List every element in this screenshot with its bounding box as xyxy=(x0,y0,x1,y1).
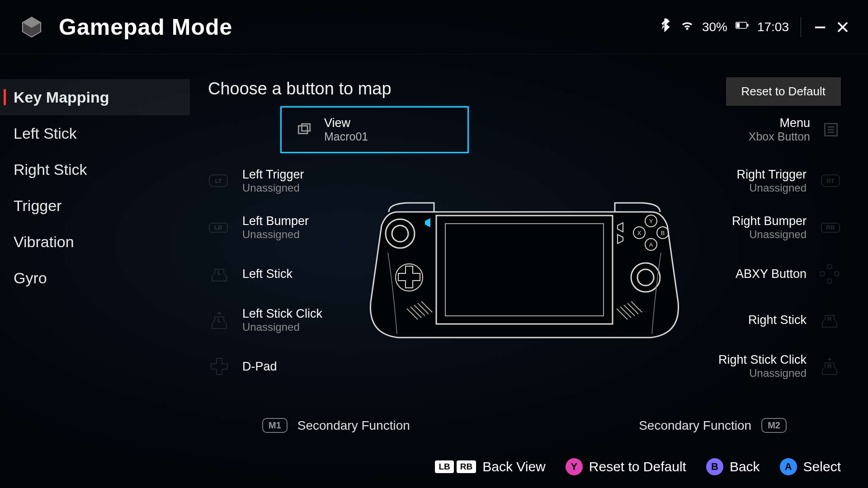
map-label: Left Stick xyxy=(242,267,292,281)
top-row: View Macro01 Menu Xbox Button xyxy=(280,106,841,153)
b-button-icon: B xyxy=(706,458,723,475)
rt-icon: RT xyxy=(818,172,841,191)
mapping-menu-button[interactable]: Menu Xbox Button xyxy=(749,106,841,153)
svg-point-23 xyxy=(827,264,832,269)
left-stick-click-icon: L xyxy=(208,311,231,330)
hint-label: Reset to Default xyxy=(589,459,686,474)
mapping-abxy[interactable]: ABXY Button xyxy=(687,261,841,287)
svg-point-25 xyxy=(820,272,825,276)
svg-rect-4 xyxy=(747,24,748,27)
m2-badge: M2 xyxy=(761,418,787,433)
mapping-right-bumper[interactable]: Right Bumper Unassigned RB xyxy=(687,214,841,241)
abxy-icon xyxy=(818,264,841,283)
svg-marker-28 xyxy=(827,357,832,360)
map-label: Left Trigger xyxy=(242,168,304,182)
sidebar-item-key-mapping[interactable]: Key Mapping xyxy=(0,79,190,115)
mapping-left-trigger[interactable]: LT Left Trigger Unassigned xyxy=(208,168,362,194)
sidebar-item-right-stick[interactable]: Right Stick xyxy=(0,151,190,188)
sidebar-item-label: Gyro xyxy=(14,269,47,287)
sidebar-item-label: Trigger xyxy=(14,197,61,215)
svg-text:L: L xyxy=(217,269,221,276)
rb-tag: RB xyxy=(457,460,476,473)
menu-subtitle: Xbox Button xyxy=(749,130,810,143)
mapping-view-button[interactable]: View Macro01 xyxy=(280,106,469,153)
map-label: Left Bumper xyxy=(242,214,309,228)
menu-icon xyxy=(821,120,841,140)
map-label: Right Stick Click xyxy=(718,353,807,367)
map-sublabel: Unassigned xyxy=(242,182,304,194)
hint-label: Select xyxy=(803,459,841,474)
left-stick-icon: L xyxy=(208,264,231,283)
map-sublabel: Unassigned xyxy=(242,228,309,241)
view-icon xyxy=(295,121,313,139)
mapping-left-bumper[interactable]: LB Left Bumper Unassigned xyxy=(208,214,362,241)
svg-point-26 xyxy=(835,272,839,276)
header: Gamepad Mode 30% 17:03 xyxy=(0,0,868,54)
main-panel: Choose a button to map Reset to Default … xyxy=(208,79,841,99)
sidebar-item-vibration[interactable]: Vibration xyxy=(0,224,190,260)
m1-badge: M1 xyxy=(262,418,288,433)
battery-percent: 30% xyxy=(702,20,727,34)
map-sublabel: Unassigned xyxy=(736,182,807,194)
right-stick-click-icon: R xyxy=(818,357,841,376)
hint-reset[interactable]: Y Reset to Default xyxy=(566,458,686,475)
lb-tag: LB xyxy=(435,460,453,473)
reset-default-button[interactable]: Reset to Default xyxy=(726,77,841,106)
mapping-right-trigger[interactable]: Right Trigger Unassigned RT xyxy=(687,168,841,194)
sidebar-item-label: Left Stick xyxy=(14,125,77,142)
svg-rect-7 xyxy=(302,124,310,131)
view-subtitle: Macro01 xyxy=(324,130,368,143)
sidebar: Key Mapping Left Stick Right Stick Trigg… xyxy=(0,79,190,296)
sidebar-item-left-stick[interactable]: Left Stick xyxy=(0,115,190,151)
hint-back[interactable]: B Back xyxy=(706,458,760,475)
svg-text:A: A xyxy=(649,241,653,248)
svg-text:RB: RB xyxy=(826,224,835,231)
mapping-left-stick[interactable]: L Left Stick xyxy=(208,261,362,287)
sidebar-item-label: Vibration xyxy=(14,233,74,251)
right-stick-icon: R xyxy=(818,310,841,329)
mapping-right-stick-click[interactable]: Right Stick Click Unassigned R xyxy=(687,353,841,380)
svg-marker-17 xyxy=(217,311,222,314)
map-label: Right Stick xyxy=(748,313,807,327)
svg-text:X: X xyxy=(637,230,642,236)
wifi-icon xyxy=(680,19,694,35)
handheld-illustration: Y A X B xyxy=(362,198,687,343)
mapping-left-stick-click[interactable]: L Left Stick Click Unassigned xyxy=(208,307,362,333)
sidebar-item-gyro[interactable]: Gyro xyxy=(0,260,190,296)
sidebar-item-trigger[interactable]: Trigger xyxy=(0,188,190,224)
svg-text:R: R xyxy=(827,315,832,322)
mapping-right-stick[interactable]: Right Stick R xyxy=(687,307,841,333)
secondary-row: M1 Secondary Function Secondary Function… xyxy=(208,418,841,433)
map-label: ABXY Button xyxy=(736,267,807,281)
close-button[interactable] xyxy=(835,20,850,34)
secondary-label: Secondary Function xyxy=(639,418,751,433)
svg-text:RT: RT xyxy=(826,178,834,184)
secondary-m2[interactable]: Secondary Function M2 xyxy=(639,418,787,433)
view-title: View xyxy=(324,116,368,130)
hint-select[interactable]: A Select xyxy=(780,458,841,475)
app-logo-icon xyxy=(18,14,45,41)
sidebar-item-label: Key Mapping xyxy=(14,89,109,106)
dpad-icon xyxy=(208,357,231,376)
clock-time: 17:03 xyxy=(757,20,789,34)
hint-label: Back View xyxy=(482,459,546,474)
svg-text:L: L xyxy=(217,317,221,324)
mapping-right-column: Right Trigger Unassigned RT Right Bumper… xyxy=(687,168,841,380)
y-button-icon: Y xyxy=(566,458,583,475)
sidebar-item-label: Right Stick xyxy=(14,161,87,178)
map-label: Right Trigger xyxy=(736,168,807,182)
map-sublabel: Unassigned xyxy=(242,321,322,333)
a-button-icon: A xyxy=(780,458,797,475)
map-label: Left Stick Click xyxy=(242,307,322,321)
menu-title: Menu xyxy=(749,116,810,130)
svg-text:Y: Y xyxy=(649,218,653,225)
mapping-left-column: LT Left Trigger Unassigned LB Left Bumpe… xyxy=(208,168,362,380)
minimize-button[interactable] xyxy=(813,20,827,34)
secondary-m1[interactable]: M1 Secondary Function xyxy=(262,418,410,433)
hint-back-view[interactable]: LB RB Back View xyxy=(435,459,545,474)
bluetooth-icon xyxy=(659,19,672,35)
svg-point-24 xyxy=(827,279,832,283)
map-sublabel: Unassigned xyxy=(732,228,807,241)
rb-icon: RB xyxy=(818,218,841,237)
mapping-dpad[interactable]: D-Pad xyxy=(208,353,362,380)
